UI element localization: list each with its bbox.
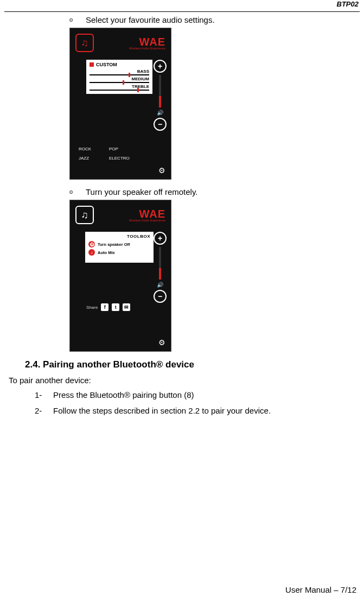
power-icon: ⏻	[88, 241, 95, 247]
brand-subtext: Wireless Audio Experience	[129, 219, 165, 222]
eq-label-treble: TREBLE	[90, 84, 149, 89]
step-1: 1- Press the Bluetooth® pairing button (…	[35, 390, 360, 399]
tool-row-auto-mix[interactable]: ♪ Auto Mix	[88, 249, 150, 256]
preset-pop[interactable]: POP	[109, 147, 139, 151]
facebook-icon[interactable]: f	[101, 303, 108, 311]
tool-row-speaker-off[interactable]: ⏻ Turn speaker Off	[88, 241, 150, 247]
phone-screenshot-1: ♫ WAE Wireless Audio Experience CUSTOM B…	[69, 28, 171, 180]
eq-panel: CUSTOM BASS MEDIUM TREBLE	[86, 60, 152, 94]
music-note-icon: ♫	[75, 34, 94, 52]
volume-track[interactable]	[159, 247, 161, 280]
volume-track[interactable]	[159, 75, 161, 107]
eq-label-medium: MEDIUM	[90, 77, 149, 81]
page-footer: User Manual – 7/12	[285, 585, 356, 594]
tool-label-speaker-off: Turn speaker Off	[98, 242, 130, 247]
volume-down-button[interactable]: −	[154, 118, 167, 131]
phone-screenshot-2: ♫ WAE Wireless Audio Experience TOOLBOX …	[69, 200, 171, 352]
toolbox-title: TOOLBOX	[88, 234, 150, 239]
brand-subtext: Wireless Audio Experience	[129, 47, 165, 50]
eq-label-bass: BASS	[90, 69, 149, 74]
volume-up-button[interactable]: +	[154, 60, 167, 73]
custom-indicator-icon	[90, 62, 94, 67]
share-row: Share f t ✉	[86, 303, 130, 311]
bullet-mark: o	[69, 15, 86, 23]
speaker-icon: 🔊	[157, 282, 163, 288]
toolbox-panel: TOOLBOX ⏻ Turn speaker Off ♪ Auto Mix	[85, 232, 154, 263]
gear-icon[interactable]: ⚙	[158, 166, 165, 175]
eq-slider-medium[interactable]	[90, 82, 149, 83]
bullet-item-2: o Turn your speaker off remotely.	[69, 187, 360, 196]
volume-controls: + 🔊 −	[154, 60, 167, 131]
tool-label-auto-mix: Auto Mix	[98, 250, 115, 255]
preset-grid: ROCK POP JAZZ ELECTRO	[79, 147, 139, 161]
preset-electro[interactable]: ELECTRO	[109, 156, 139, 161]
eq-panel-title: CUSTOM	[96, 62, 117, 67]
step-1-text: Press the Bluetooth® pairing button (8)	[53, 390, 194, 399]
bullet-mark: o	[69, 187, 86, 195]
figure-audio-settings: ♫ WAE Wireless Audio Experience CUSTOM B…	[69, 28, 360, 180]
bullet-text-2: Turn your speaker off remotely.	[86, 187, 197, 196]
brand-logo: WAE Wireless Audio Experience	[129, 208, 165, 222]
gear-icon[interactable]: ⚙	[158, 338, 165, 347]
mail-icon[interactable]: ✉	[123, 303, 130, 311]
brand-logo: WAE Wireless Audio Experience	[129, 36, 165, 50]
eq-slider-treble[interactable]	[90, 90, 149, 91]
preset-jazz[interactable]: JAZZ	[79, 156, 109, 161]
step-1-num: 1-	[35, 390, 53, 399]
section-intro: To pair another device:	[9, 376, 360, 385]
automix-icon: ♪	[88, 249, 95, 256]
share-label: Share	[86, 305, 98, 310]
volume-up-button[interactable]: +	[154, 232, 167, 245]
speaker-icon: 🔊	[157, 110, 163, 116]
step-2-text: Follow the steps described in section 2.…	[53, 406, 271, 415]
music-note-icon: ♫	[75, 206, 94, 224]
brand-text: WAE	[139, 36, 165, 48]
volume-controls: + 🔊 −	[154, 232, 167, 303]
bullet-item-1: o Select your favourite audio settings.	[69, 15, 360, 24]
eq-slider-bass[interactable]	[90, 74, 149, 75]
brand-text: WAE	[139, 208, 165, 220]
bullet-text-1: Select your favourite audio settings.	[86, 15, 215, 24]
twitter-icon[interactable]: t	[112, 303, 119, 311]
step-2: 2- Follow the steps described in section…	[35, 406, 360, 415]
preset-rock[interactable]: ROCK	[79, 147, 109, 151]
volume-down-button[interactable]: −	[154, 290, 167, 303]
figure-toolbox: ♫ WAE Wireless Audio Experience TOOLBOX …	[69, 200, 360, 352]
step-2-num: 2-	[35, 406, 53, 415]
header-doc-code: BTP02	[4, 0, 360, 9]
section-heading: 2.4. Pairing another Bluetooth® device	[25, 359, 360, 370]
